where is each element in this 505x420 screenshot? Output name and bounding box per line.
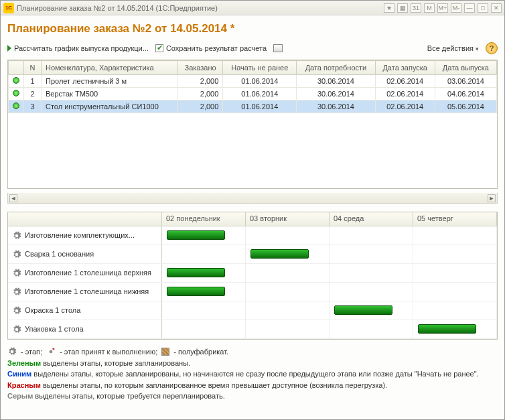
gear-icon	[7, 347, 17, 356]
cell-need: 30.06.2014	[297, 88, 375, 100]
gantt-row[interactable]: Изготовление 1 столешница нижняя	[8, 283, 497, 301]
status-dot	[9, 75, 24, 88]
gear-icon	[12, 287, 21, 297]
favorite-icon[interactable]: ★	[384, 3, 394, 13]
gantt-cell	[246, 320, 330, 338]
gantt-bar[interactable]	[167, 230, 225, 240]
cell-name: Стол инструментальный СИ1000	[42, 100, 178, 113]
table-hscrollbar[interactable]: ◄ ►	[7, 193, 498, 204]
gear-icon	[12, 325, 21, 334]
cell-n: 2	[24, 88, 42, 100]
cell-need: 30.06.2014	[297, 100, 375, 113]
gantt-cells	[162, 320, 497, 338]
close-button[interactable]: ✕	[491, 3, 502, 13]
gantt-cell	[162, 264, 246, 282]
col-ordered[interactable]: Заказано	[177, 61, 222, 75]
calc-icon[interactable]: ▦	[397, 3, 408, 13]
gear-icon	[12, 250, 21, 259]
cell-start: 02.06.2014	[375, 88, 435, 100]
cell-ordered: 2,000	[177, 75, 222, 88]
legend-green-label: Зеленым	[7, 359, 41, 367]
gantt-cell	[413, 245, 497, 263]
gantt-row[interactable]: Упаковка 1 стола	[8, 320, 497, 339]
col-need-date[interactable]: Дата потребности	[297, 61, 375, 75]
table-row[interactable]: 1Пролет лестничный 3 м2,00001.06.201430.…	[9, 75, 497, 88]
calc-schedule-label: Рассчитать график выпуска продукци...	[14, 44, 149, 52]
gantt-cell	[330, 283, 413, 301]
order-table: N Номенклатура, Характеристика Заказано …	[7, 60, 498, 189]
m-plus-icon[interactable]: M+	[437, 3, 448, 13]
gantt-cell	[162, 301, 246, 320]
gantt-task-name: Упаковка 1 стола	[8, 320, 162, 338]
gantt-cells	[162, 226, 497, 244]
cell-not-before: 01.06.2014	[223, 75, 297, 88]
table-row[interactable]: 2Верстак ТМ5002,00001.06.201430.06.20140…	[9, 88, 497, 100]
gear-icon	[12, 231, 21, 240]
col-n[interactable]: N	[24, 61, 42, 75]
gantt-cell	[413, 283, 497, 301]
gantt-cell	[330, 264, 413, 282]
window-title: Планирование заказа №2 от 14.05.2014 (1С…	[17, 4, 218, 12]
gantt-cell	[413, 320, 497, 338]
cell-ordered: 2,000	[177, 100, 222, 113]
table-row[interactable]: 3Стол инструментальный СИ10002,00001.06.…	[9, 100, 497, 113]
gantt-task-name: Изготовление комплектующих...	[8, 226, 162, 244]
col-start-date[interactable]: Дата запуска	[375, 61, 435, 75]
gantt-cells	[162, 283, 497, 301]
gantt-bar[interactable]	[167, 268, 225, 277]
all-actions-menu[interactable]: Все действия	[427, 44, 479, 52]
legend-gray-text: выделены этапы, которые требуется перепл…	[33, 392, 224, 400]
legend: - этап; - этап принят к выполнению; - по…	[7, 344, 498, 402]
cell-name: Верстак ТМ500	[42, 88, 178, 100]
scroll-left-icon[interactable]: ◄	[9, 194, 17, 202]
cell-release: 04.06.2014	[435, 88, 496, 100]
col-release-date[interactable]: Дата выпуска	[435, 61, 496, 75]
gear-flag-icon	[46, 347, 56, 356]
gear-icon	[12, 269, 21, 278]
all-actions-label: Все действия	[427, 44, 474, 52]
gantt-row[interactable]: Изготовление комплектующих...	[8, 226, 497, 245]
page-title: Планирование заказа №2 от 14.05.2014 *	[7, 19, 498, 37]
m-icon[interactable]: M	[424, 3, 435, 13]
m-minus-icon[interactable]: M-	[451, 3, 461, 13]
calc-schedule-button[interactable]: Рассчитать график выпуска продукци...	[7, 44, 149, 52]
gantt-task-name: Окраска 1 стола	[8, 301, 162, 320]
app-window: 1С Планирование заказа №2 от 14.05.2014 …	[0, 0, 505, 420]
save-result-button[interactable]: Сохранить результат расчета	[155, 44, 267, 52]
cell-start: 02.06.2014	[375, 100, 435, 113]
cell-n: 1	[24, 75, 42, 88]
legend-gray-label: Серым	[7, 392, 33, 400]
gantt-bar[interactable]	[418, 324, 476, 334]
gantt-bar[interactable]	[334, 305, 392, 315]
gantt-row[interactable]: Сварка 1 основания	[8, 245, 497, 264]
calendar-icon[interactable]: 31	[411, 3, 421, 13]
gantt-cells	[162, 264, 497, 282]
gantt-task-name: Изготовление 1 столешница нижняя	[8, 283, 162, 301]
cell-not-before: 01.06.2014	[223, 100, 297, 113]
help-button[interactable]: ?	[486, 42, 498, 54]
col-nomen[interactable]: Номенклатура, Характеристика	[42, 61, 178, 75]
gantt-cell	[162, 226, 246, 244]
legend-blue-label: Синим	[7, 370, 31, 378]
cell-ordered: 2,000	[177, 88, 222, 100]
table-empty-area	[8, 113, 497, 188]
gantt-cells	[162, 301, 497, 320]
maximize-button[interactable]: □	[478, 3, 488, 13]
gantt-bar[interactable]	[167, 287, 225, 296]
cell-release: 03.06.2014	[435, 75, 496, 88]
gantt-day-0: 02 понедельник	[162, 212, 246, 226]
gantt-cell	[330, 245, 413, 263]
gantt-cell	[162, 283, 246, 301]
cell-release: 05.06.2014	[435, 100, 496, 113]
minimize-button[interactable]: —	[464, 3, 475, 13]
gantt-row[interactable]: Изготовление 1 столешница верхняя	[8, 264, 497, 283]
gantt-bar[interactable]	[250, 249, 309, 259]
scroll-right-icon[interactable]: ►	[488, 194, 496, 202]
col-not-before[interactable]: Начать не ранее	[223, 61, 297, 75]
cell-not-before: 01.06.2014	[223, 88, 297, 100]
gantt-row[interactable]: Окраска 1 стола	[8, 301, 497, 320]
gantt-day-3: 05 четверг	[413, 212, 497, 226]
print-button[interactable]	[273, 44, 283, 52]
gantt-cell	[330, 301, 413, 320]
legend-stage-accepted: - этап принят к выполнению;	[60, 346, 157, 358]
